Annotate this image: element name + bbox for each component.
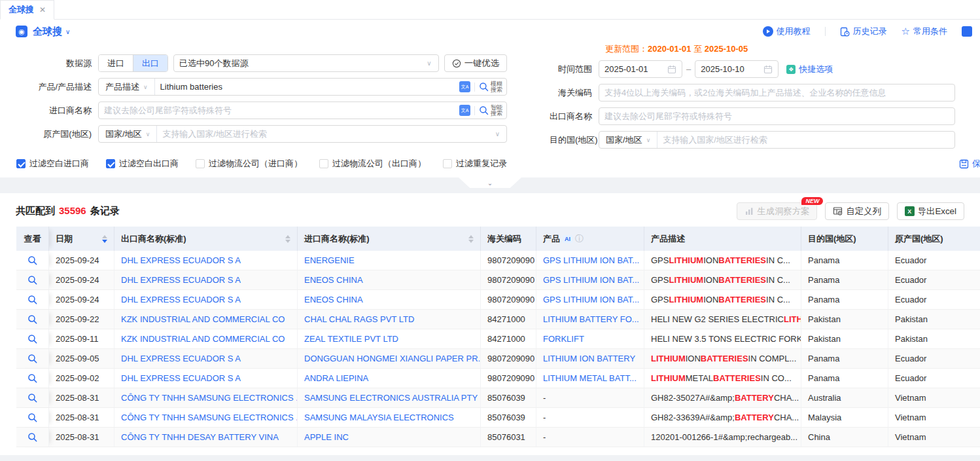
view-record-icon[interactable] [27, 255, 37, 265]
view-record-icon[interactable] [27, 314, 37, 324]
save-button[interactable]: 保存 [959, 158, 980, 170]
importer-cell[interactable]: SAMSUNG ELECTRONICS AUSTRALIA PTY [298, 388, 481, 407]
view-record-icon[interactable] [27, 413, 37, 422]
hscode-cell: 84271000 [481, 329, 536, 348]
origin-input[interactable]: 支持输入国家/地区进行检索 [157, 126, 488, 142]
sort-toggle[interactable] [281, 235, 290, 243]
translate-icon[interactable]: 文A [459, 105, 470, 116]
chevron-down-icon[interactable]: ∨ [65, 28, 70, 35]
filter-duplicate-records[interactable]: 过滤重复记录 [443, 158, 507, 170]
sort-toggle[interactable] [98, 235, 107, 243]
col-header-date[interactable]: 日期 [49, 227, 114, 251]
saved-conditions-link[interactable]: ☆ 常用条件 [901, 26, 947, 37]
destination-cell: Panama [801, 349, 888, 368]
exporter-cell[interactable]: DHL EXPRESS ECUADOR S A [114, 349, 298, 368]
smart-search-button[interactable]: 智能 搜索 [479, 105, 502, 117]
exporter-cell[interactable]: CÔNG TY TNHH SAMSUNG ELECTRONICS ... [114, 388, 298, 407]
datasource-select[interactable]: 已选中90个数据源 ∨ [173, 54, 439, 72]
exporter-cell[interactable]: DHL EXPRESS ECUADOR S A [114, 270, 298, 289]
exporter-cell[interactable]: DHL EXPRESS ECUADOR S A [114, 251, 298, 270]
tab-close-icon[interactable]: ✕ [39, 5, 46, 14]
table-row: 2025-09-11KZK INDUSTRIAL AND COMMERCIAL … [16, 329, 980, 349]
origin-cell: Ecuador [888, 270, 980, 289]
sort-toggle[interactable] [464, 235, 474, 243]
exporter-cell[interactable]: CÔNG TY TNHH SAMSUNG ELECTRONICS ... [114, 408, 298, 427]
importer-input[interactable]: 建议去除公司尾部字符或特殊符号 [99, 102, 459, 119]
destination-input-group: 国家/地区∨ 支持输入国家/地区进行检索 [599, 131, 955, 149]
hscode-input[interactable]: 支持4位以上海关编码，或2位海关编码加上产品描述、企业名称的任意信息 [599, 84, 954, 101]
importer-cell[interactable]: SAMSUNG MALAYSIA ELECTRONICS [298, 408, 481, 427]
results-panel: 共匹配到 35596 条记录 生成洞察方案 NEW [0, 193, 980, 455]
importer-cell[interactable]: APPLE INC [298, 428, 481, 447]
product-cell[interactable]: LITHIUM BATTERY FO... [536, 310, 644, 329]
collapse-strip: ⌄ [0, 177, 980, 193]
collapse-panel-toggle[interactable]: ⌄ [459, 177, 521, 188]
exporter-cell[interactable]: KZK INDUSTRIAL AND COMMERCIAL CO [114, 310, 298, 329]
view-record-icon[interactable] [27, 432, 37, 442]
filter-blank-exporter[interactable]: 过滤空白出口商 [106, 158, 179, 170]
date-to-input[interactable]: 2025-10-10 [695, 60, 779, 78]
table-row: 2025-09-24DHL EXPRESS ECUADOR S AENERGEN… [16, 251, 980, 270]
importer-cell[interactable]: CHAL CHAL RAGS PVT LTD [298, 310, 481, 329]
customize-columns-button[interactable]: 自定义列 [825, 202, 888, 220]
importer-cell[interactable]: ZEAL TEXTILE PVT LTD [298, 329, 481, 348]
datasource-label: 数据源 [26, 58, 98, 69]
importer-cell[interactable]: ENERGENIE [298, 251, 481, 270]
view-record-icon[interactable] [27, 373, 37, 383]
tutorial-link[interactable]: 使用教程 [763, 26, 811, 37]
importer-cell[interactable]: ENEOS CHINA [298, 270, 481, 289]
product-cell[interactable]: LITHIUM METAL BATT... [536, 369, 644, 388]
product-cell[interactable]: GPS LITHIUM ION BAT... [536, 290, 644, 309]
view-record-icon[interactable] [27, 354, 37, 363]
quick-options-button[interactable]: ❖ 快捷选项 [786, 64, 833, 75]
exporter-cell[interactable]: DHL EXPRESS ECUADOR S A [114, 290, 298, 309]
history-link[interactable]: 历史记录 [840, 26, 887, 37]
col-header-exporter[interactable]: 出口商名称(标准) [114, 227, 298, 251]
col-header-importer[interactable]: 进口商名称(标准) [298, 227, 481, 251]
exporter-cell[interactable]: DHL EXPRESS ECUADOR S A [114, 369, 298, 388]
clipped-edge-icon[interactable] [962, 26, 972, 37]
importer-row: 进口商名称 建议去除公司尾部字符或特殊符号 文A 智能 搜索 [26, 101, 507, 119]
filter-logistics-importer[interactable]: 过滤物流公司（进口商） [196, 158, 302, 170]
info-icon[interactable]: ⓘ [575, 233, 584, 245]
product-cell[interactable]: GPS LITHIUM ION BAT... [536, 270, 644, 289]
origin-cell: Ecuador [888, 290, 980, 309]
translate-icon[interactable]: 文A [459, 81, 470, 92]
date-from-input[interactable]: 2025-01-01 [599, 60, 682, 78]
view-cell [16, 290, 49, 309]
product-input[interactable]: Lithium batteries [155, 79, 459, 95]
importer-input-group: 建议去除公司尾部字符或特殊符号 文A 智能 搜索 [98, 101, 507, 119]
importer-cell[interactable]: DONGGUAN HONGMEI XIANGLI PAPER PR... [298, 349, 481, 368]
importer-cell[interactable]: ANDRA LIEPINA [298, 369, 481, 388]
destination-type-select[interactable]: 国家/地区∨ [599, 132, 657, 148]
description-cell: 120201-001266-1#&amp;rechargeab... [644, 428, 801, 447]
origin-type-select[interactable]: 国家/地区∨ [99, 126, 157, 142]
filter-logistics-exporter[interactable]: 过滤物流公司（出口商） [319, 158, 426, 170]
view-record-icon[interactable] [27, 295, 37, 304]
exporter-input[interactable]: 建议去除公司尾部字符或特殊符号 [599, 108, 954, 124]
exporter-cell[interactable]: CÔNG TY TNHH DESAY BATTERY VINA [114, 428, 298, 447]
product-cell[interactable]: GPS LITHIUM ION BAT... [536, 251, 644, 270]
view-record-icon[interactable] [27, 334, 37, 344]
exporter-cell[interactable]: KZK INDUSTRIAL AND COMMERCIAL CO [114, 329, 298, 348]
header-links: 使用教程 历史记录 ☆ 常用条件 [763, 26, 964, 37]
results-header: 共匹配到 35596 条记录 生成洞察方案 NEW [0, 193, 980, 227]
search-icon [479, 105, 489, 115]
one-click-optimize-button[interactable]: 一键优选 [444, 54, 507, 72]
product-type-select[interactable]: 产品描述∨ [99, 79, 155, 95]
view-record-icon[interactable] [27, 275, 37, 285]
origin-cell: Ecuador [888, 369, 980, 388]
product-cell[interactable]: LITHIUM ION BATTERY [536, 349, 644, 368]
destination-input[interactable]: 支持输入国家/地区进行检索 [657, 132, 954, 148]
export-toggle[interactable]: 出口 [133, 55, 167, 71]
fuzzy-search-button[interactable]: 模糊 搜索 [479, 81, 502, 93]
import-toggle[interactable]: 进口 [99, 55, 133, 71]
generate-insight-button[interactable]: 生成洞察方案 NEW [737, 202, 817, 220]
view-record-icon[interactable] [27, 393, 37, 403]
description-cell: GPS LITHIUM ION BATTERIES IN C... [644, 270, 801, 289]
filter-blank-importer[interactable]: 过滤空白进口商 [16, 158, 89, 170]
export-excel-button[interactable]: X 导出Excel [897, 202, 964, 220]
importer-cell[interactable]: ENEOS CHINA [298, 290, 481, 309]
tab-global-search[interactable]: 全球搜 ✕ [0, 0, 54, 20]
product-cell[interactable]: FORKLIFT [536, 329, 644, 348]
